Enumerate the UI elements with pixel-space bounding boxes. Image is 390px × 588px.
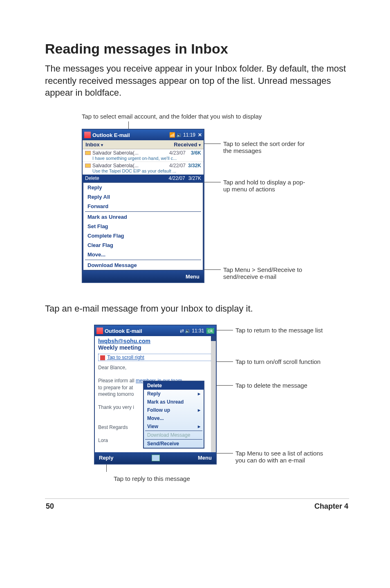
menu-softkey[interactable]: Menu	[186, 274, 199, 280]
context-reply[interactable]: Reply	[83, 183, 203, 192]
context-reply-all[interactable]: Reply All	[83, 192, 203, 202]
volume-icon: 🔉	[185, 328, 191, 334]
scroll-link[interactable]: Tap to scroll right	[107, 355, 144, 360]
second-paragraph: Tap an e-mail message from your Inbox to…	[45, 303, 349, 314]
message-date: 4/22/07	[166, 163, 186, 168]
message-date: 4/23/07	[166, 150, 186, 156]
context-set-flag[interactable]: Set Flag	[83, 222, 203, 231]
ok-button[interactable]: ok	[206, 328, 214, 334]
callout-menu-sendreceive: Tap Menu > Send/Receive to send/receive …	[221, 266, 311, 280]
popup-reply[interactable]: Reply▸	[144, 390, 204, 398]
message-row[interactable]: Salvador Saberola(... 4/22/07 3/32K Use …	[83, 162, 204, 175]
figure1-caption: Tap to select email account, and the fol…	[82, 113, 349, 120]
context-mark-unread[interactable]: Mark as Unread	[83, 212, 203, 222]
page-heading: Reading messages in Inbox	[45, 41, 349, 57]
caption-leader-line	[128, 121, 349, 130]
envelope-icon	[85, 164, 91, 168]
mail-popup-menu: Delete Reply▸ Mark as Unread Follow up▸ …	[143, 381, 204, 449]
screenshot-message-view: Outlook E-mail ⇄ 🔉 11:31 ok lwqbsh@sohu.…	[94, 325, 217, 464]
popup-download-message: Download Message	[144, 431, 204, 439]
chapter-label: Chapter 4	[314, 502, 348, 511]
mail-greeting: Dear Blance,	[98, 364, 213, 371]
popup-delete[interactable]: Delete	[144, 382, 204, 390]
from-link[interactable]: lwqbsh@sohu.com	[98, 338, 150, 344]
envelope-icon	[85, 151, 91, 155]
callout-return-list: Tap to return to the message list	[233, 327, 339, 334]
callout-scroll-toggle: Tap to turn on/off scroll function	[233, 358, 339, 365]
callout-delete-message: Tap to delete the message	[233, 382, 339, 389]
popup-follow-up[interactable]: Follow up▸	[144, 406, 204, 414]
context-move[interactable]: Move...	[83, 250, 203, 259]
window-title: Outlook E-mail	[105, 328, 180, 334]
message-row[interactable]: Salvador Saberola(... 4/23/07 3/6K I hav…	[83, 149, 204, 162]
menu-softkey[interactable]: Menu	[198, 455, 212, 461]
scroll-banner[interactable]: Tap to scroll right	[98, 354, 213, 361]
volume-icon: 🔉	[176, 132, 182, 138]
conn-icon: ⇄	[180, 328, 184, 334]
folder-selector[interactable]: Inbox ▾	[85, 141, 103, 148]
context-clear-flag[interactable]: Clear Flag	[83, 240, 203, 250]
window-title: Outlook E-mail	[92, 132, 169, 138]
selected-row-delete[interactable]: Delete 4/22/07 3/27K	[83, 175, 204, 182]
message-preview: Use the Taipei DOC EIP as your default .…	[85, 168, 201, 173]
keyboard-icon[interactable]	[152, 455, 160, 461]
window-titlebar: Outlook E-mail ⇄ 🔉 11:31 ok	[95, 325, 216, 336]
reply-softkey[interactable]: Reply	[99, 455, 113, 461]
outlook-icon	[96, 328, 103, 334]
intro-paragraph: The messages you receive appear in your …	[45, 63, 349, 99]
context-delete-label: Delete	[85, 175, 169, 181]
callout-menu-actions: Tap Menu to see a list of actions you ca…	[233, 450, 327, 464]
popup-send-receive[interactable]: Send/Receive	[144, 440, 204, 448]
context-menu: Reply Reply All Forward Mark as Unread S…	[83, 182, 204, 271]
clock-text: 11:31	[192, 328, 204, 334]
footer-divider	[45, 498, 349, 499]
context-download-message[interactable]: Download Message	[83, 260, 203, 270]
screenshot-inbox: Outlook E-mail 📶 🔉 11:19 ✕ Inbox ▾ Recei…	[82, 129, 204, 283]
message-preview: I have something urgent on-hand, we'll c…	[85, 156, 201, 161]
signal-icon: 📶	[169, 132, 175, 138]
outlook-icon	[84, 132, 91, 138]
message-size: 3/32K	[187, 163, 201, 168]
window-titlebar: Outlook E-mail 📶 🔉 11:19 ✕	[83, 130, 204, 140]
message-size: 3/6K	[187, 150, 201, 156]
selected-size: 3/27K	[188, 175, 201, 181]
selected-date: 4/22/07	[169, 175, 185, 181]
callout-sort-order: Tap to select the sort order for the mes…	[221, 140, 311, 154]
subject-text: Weekly meeting	[98, 344, 213, 352]
scroll-thumb[interactable]	[211, 336, 216, 341]
scroll-icon	[100, 355, 105, 360]
clock-text: 11:19	[183, 132, 195, 138]
close-icon[interactable]: ✕	[198, 132, 202, 138]
page-number: 50	[46, 502, 54, 511]
context-forward[interactable]: Forward	[83, 202, 203, 211]
sort-selector[interactable]: Received ▾	[174, 141, 201, 148]
context-complete-flag[interactable]: Complete Flag	[83, 231, 203, 240]
popup-mark-unread[interactable]: Mark as Unread	[144, 398, 204, 406]
callout-tap-hold: Tap and hold to display a pop-up menu of…	[221, 179, 311, 193]
figure2-caption-reply: Tap to reply to this message	[114, 475, 217, 482]
message-sender: Salvador Saberola(...	[92, 163, 164, 168]
caption2-leader-line	[106, 464, 217, 472]
scrollbar[interactable]	[211, 336, 216, 452]
popup-view[interactable]: View▸	[144, 422, 204, 431]
popup-move[interactable]: Move...	[144, 414, 204, 422]
message-sender: Salvador Saberola(...	[92, 150, 164, 156]
